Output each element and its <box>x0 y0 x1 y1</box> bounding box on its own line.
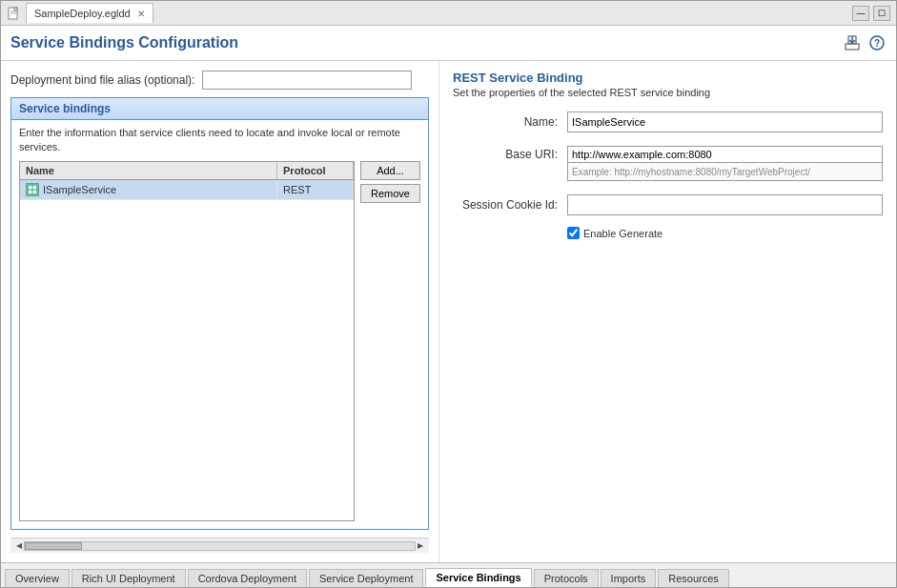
bottom-tab-service-deployment[interactable]: Service Deployment <box>309 569 423 587</box>
bottom-tab-resources[interactable]: Resources <box>658 569 729 587</box>
scroll-left-arrow[interactable]: ◀ <box>14 541 24 550</box>
table-body: ISampleService REST <box>20 180 354 520</box>
right-title: REST Service Binding <box>453 71 883 85</box>
name-form-group: Name: <box>453 112 883 132</box>
export-icon[interactable] <box>843 33 862 52</box>
enable-generate-row: Enable Generate <box>567 227 883 239</box>
svg-text:?: ? <box>874 38 880 49</box>
col-protocol-header: Protocol <box>277 162 354 179</box>
scroll-track[interactable] <box>24 541 416 551</box>
name-label: Name: <box>453 115 558 129</box>
table-buttons: Add... Remove <box>355 161 420 521</box>
section-description: Enter the information that service clien… <box>11 120 428 161</box>
table-row[interactable]: ISampleService REST <box>20 180 354 200</box>
main-content: Deployment bind file alias (optional): S… <box>1 61 896 562</box>
enable-generate-label: Enable Generate <box>583 228 663 239</box>
name-input[interactable] <box>567 112 883 132</box>
base-uri-label: Base URI: <box>453 146 558 161</box>
svg-rect-4 <box>846 44 859 50</box>
horizontal-scrollbar[interactable]: ◀ ▶ <box>10 537 429 553</box>
base-uri-input[interactable] <box>567 146 883 162</box>
svg-rect-1 <box>14 8 17 10</box>
bottom-tab-overview[interactable]: Overview <box>5 569 70 587</box>
table-container: Name Protocol <box>19 161 355 521</box>
service-bindings-section: Service bindings Enter the information t… <box>10 97 429 530</box>
page-title: Service Bindings Configuration <box>10 34 843 51</box>
scroll-right-arrow[interactable]: ▶ <box>416 541 425 550</box>
base-uri-example <box>567 162 883 181</box>
section-title: Service bindings <box>11 98 428 120</box>
page-header: Service Bindings Configuration ? <box>1 26 896 61</box>
session-cookie-input[interactable] <box>567 194 883 215</box>
alias-row: Deployment bind file alias (optional): <box>10 71 429 90</box>
bottom-tab-rich-ui-deployment[interactable]: Rich UI Deployment <box>71 569 186 587</box>
window-controls: — ☐ <box>852 6 890 21</box>
alias-input[interactable] <box>202 71 412 90</box>
table-area: Name Protocol <box>11 161 428 529</box>
bottom-tab-cordova-deployment[interactable]: Cordova Deployment <box>188 569 307 587</box>
bottom-tab-service-bindings[interactable]: Service Bindings <box>425 568 531 587</box>
rest-service-icon <box>26 183 39 196</box>
header-icons: ? <box>843 33 887 52</box>
session-cookie-group: Session Cookie Id: <box>453 194 883 215</box>
maximize-button[interactable]: ☐ <box>873 6 890 21</box>
service-name: ISampleService <box>43 184 116 195</box>
title-bar: SampleDeploy.egldd ✕ — ☐ <box>1 1 896 26</box>
remove-button[interactable]: Remove <box>360 184 420 203</box>
bottom-tab-imports[interactable]: Imports <box>601 569 657 587</box>
session-cookie-label: Session Cookie Id: <box>453 198 558 212</box>
right-panel-header: REST Service Binding Set the properties … <box>453 71 883 98</box>
row-protocol-cell: REST <box>277 181 354 198</box>
file-icon <box>7 6 22 21</box>
tab-label: SampleDeploy.egldd <box>34 8 131 19</box>
right-panel: REST Service Binding Set the properties … <box>439 61 896 562</box>
minimize-button[interactable]: — <box>852 6 869 21</box>
tab-close-button[interactable]: ✕ <box>137 9 145 19</box>
alias-label: Deployment bind file alias (optional): <box>10 73 194 87</box>
base-uri-group: Base URI: <box>453 146 883 181</box>
add-button[interactable]: Add... <box>360 161 420 180</box>
col-name-header: Name <box>20 162 277 179</box>
right-subtitle: Set the properties of the selected REST … <box>453 87 883 98</box>
row-name-cell: ISampleService <box>20 180 277 199</box>
table-header: Name Protocol <box>20 162 354 180</box>
enable-generate-checkbox[interactable] <box>567 227 580 239</box>
editor-tab[interactable]: SampleDeploy.egldd ✕ <box>26 3 153 23</box>
base-uri-inputs <box>567 146 883 181</box>
scroll-thumb[interactable] <box>25 542 82 550</box>
bottom-tab-bar: OverviewRich UI DeploymentCordova Deploy… <box>1 562 896 587</box>
left-panel: Deployment bind file alias (optional): S… <box>1 61 439 562</box>
bottom-tab-protocols[interactable]: Protocols <box>534 569 599 587</box>
help-icon[interactable]: ? <box>867 33 887 52</box>
